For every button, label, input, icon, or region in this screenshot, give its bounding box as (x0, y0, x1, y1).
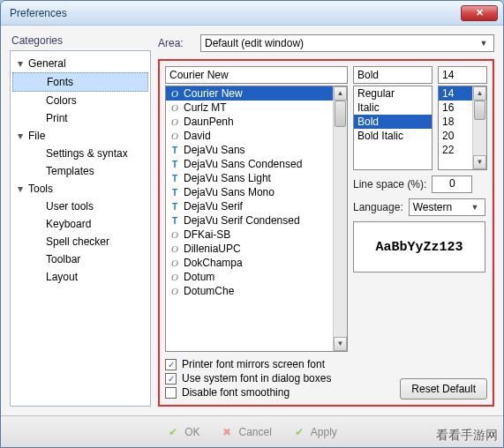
tree-item-settings-syntax[interactable]: Settings & syntax (11, 145, 150, 162)
font-name-listbox[interactable]: OCourier NewOCurlz MTODaunPenhODavidTDej… (165, 86, 348, 352)
font-option[interactable]: TDejaVu Sans Mono (166, 185, 347, 199)
font-type-icon: T (169, 146, 180, 155)
scroll-down-icon[interactable]: ▼ (473, 155, 486, 169)
bottom-row: ✓ Printer font mirrors screen font ✓ Use… (165, 357, 487, 399)
font-type-icon: O (169, 116, 180, 127)
checkbox-icon: ✓ (165, 373, 177, 385)
font-type-icon: O (169, 88, 180, 99)
area-value: Default (edit window) (205, 37, 304, 49)
font-type-icon: T (169, 188, 180, 198)
style-option[interactable]: Bold (354, 115, 432, 129)
disable-smoothing-checkbox[interactable]: Disable font smoothing (165, 385, 331, 399)
font-option[interactable]: ODotum (166, 270, 347, 284)
font-size-listbox[interactable]: 1416182022 ▲ ▼ (438, 86, 487, 170)
categories-tree[interactable]: ▾GeneralFontsColorsPrint▾FileSettings & … (10, 50, 151, 407)
window-title: Preferences (6, 7, 461, 19)
tree-group-tools[interactable]: ▾Tools (11, 180, 150, 198)
font-option[interactable]: TDejaVu Sans (166, 143, 347, 157)
tree-item-layout[interactable]: Layout (11, 268, 150, 286)
tree-item-keyboard[interactable]: Keyboard (11, 215, 150, 233)
reset-default-button[interactable]: Reset Default (400, 378, 487, 399)
scroll-up-icon[interactable]: ▲ (334, 86, 347, 101)
categories-label: Categories (10, 34, 151, 47)
scroll-up-icon[interactable]: ▲ (473, 86, 486, 101)
font-option[interactable]: TDejaVu Sans Light (166, 171, 347, 185)
font-option[interactable]: OCourier New (166, 86, 347, 101)
font-option[interactable]: ODotumChe (166, 284, 347, 298)
checkbox-icon: ✓ (165, 359, 177, 370)
font-option[interactable]: ODavid (166, 129, 347, 143)
system-font-checkbox[interactable]: ✓ Use system font in dialog boxes (165, 371, 331, 385)
font-type-icon: T (169, 216, 180, 226)
collapse-icon: ▾ (18, 129, 26, 143)
checkbox-group: ✓ Printer font mirrors screen font ✓ Use… (165, 357, 331, 399)
tree-item-print[interactable]: Print (11, 109, 150, 127)
tree-item-toolbar[interactable]: Toolbar (11, 250, 150, 268)
font-option[interactable]: ODaunPenh (166, 115, 347, 129)
scroll-thumb[interactable] (474, 101, 485, 120)
area-combobox[interactable]: Default (edit window) ▼ (200, 34, 494, 52)
check-icon: ✔ (167, 426, 179, 438)
font-type-icon: O (169, 243, 180, 254)
font-type-icon: O (169, 229, 180, 240)
tree-item-fonts[interactable]: Fonts (12, 72, 148, 92)
watermark: 看看手游网 (436, 428, 498, 444)
tree-item-user-tools[interactable]: User tools (11, 198, 150, 215)
font-preview: AaBbYyZz123 (353, 221, 485, 273)
scroll-down-icon[interactable]: ▼ (334, 337, 347, 351)
main-panel: Area: Default (edit window) ▼ Courier Ne… (158, 34, 494, 407)
font-type-icon: O (169, 286, 180, 296)
chevron-down-icon: ▼ (469, 203, 481, 212)
right-controls: Line space (%): 0 Language: Western ▼ A (353, 175, 485, 273)
close-button[interactable]: ✕ (461, 5, 498, 21)
font-settings-group: Courier New OCourier NewOCurlz MTODaunPe… (158, 59, 494, 407)
tree-item-templates[interactable]: Templates (11, 162, 150, 180)
sidebar: Categories ▾GeneralFontsColorsPrint▾File… (10, 34, 151, 407)
font-size-column: 14 1416182022 ▲ ▼ (438, 66, 487, 170)
font-option[interactable]: ODilleniaUPC (166, 242, 347, 256)
font-option[interactable]: OCurlz MT (166, 101, 347, 115)
font-type-icon: T (169, 174, 180, 183)
font-size-input[interactable]: 14 (438, 66, 487, 84)
font-option[interactable]: TDejaVu Sans Condensed (166, 157, 347, 171)
font-option[interactable]: TDejaVu Serif Condensed (166, 213, 347, 228)
font-option[interactable]: TDejaVu Serif (166, 199, 347, 213)
style-option[interactable]: Italic (354, 101, 432, 115)
font-option[interactable]: ODFKai-SB (166, 228, 347, 242)
font-type-icon: O (169, 258, 180, 268)
style-option[interactable]: Regular (354, 86, 432, 101)
scrollbar[interactable]: ▲ ▼ (472, 86, 486, 169)
font-type-icon: O (169, 102, 180, 113)
tree-group-file[interactable]: ▾File (11, 127, 150, 145)
scroll-thumb[interactable] (335, 101, 346, 127)
font-style-listbox[interactable]: RegularItalicBoldBold Italic (353, 86, 433, 170)
tree-group-general[interactable]: ▾General (11, 55, 150, 72)
ok-button[interactable]: ✔ OK (167, 426, 199, 438)
font-style-column: Bold RegularItalicBoldBold Italic (353, 66, 433, 170)
preferences-window: Preferences ✕ Categories ▾GeneralFontsCo… (0, 0, 504, 448)
font-name-input[interactable]: Courier New (165, 66, 348, 84)
font-type-icon: T (169, 202, 180, 212)
cancel-button[interactable]: ✖ Cancel (221, 426, 271, 438)
language-label: Language: (353, 201, 403, 213)
font-type-icon: O (169, 272, 180, 282)
apply-button[interactable]: ✔ Apply (293, 426, 337, 438)
language-combobox[interactable]: Western ▼ (409, 198, 485, 216)
checkbox-icon (165, 387, 177, 399)
chevron-down-icon: ▼ (478, 39, 490, 48)
tree-item-colors[interactable]: Colors (11, 92, 150, 109)
tree-item-spell-checker[interactable]: Spell checker (11, 233, 150, 250)
linespace-label: Line space (%): (353, 178, 426, 190)
collapse-icon: ▾ (18, 56, 26, 71)
font-type-icon: T (169, 160, 180, 169)
cross-icon: ✖ (221, 426, 233, 438)
style-option[interactable]: Bold Italic (354, 129, 432, 143)
font-option[interactable]: ODokChampa (166, 256, 347, 270)
content-area: Categories ▾GeneralFontsColorsPrint▾File… (1, 26, 503, 415)
area-row: Area: Default (edit window) ▼ (158, 34, 494, 54)
footer: ✔ OK ✖ Cancel ✔ Apply 看看手游网 (1, 415, 503, 447)
printer-font-checkbox[interactable]: ✓ Printer font mirrors screen font (165, 357, 331, 371)
scrollbar[interactable]: ▲ ▼ (333, 86, 347, 351)
font-style-input[interactable]: Bold (353, 66, 433, 84)
linespace-input[interactable]: 0 (432, 175, 472, 193)
